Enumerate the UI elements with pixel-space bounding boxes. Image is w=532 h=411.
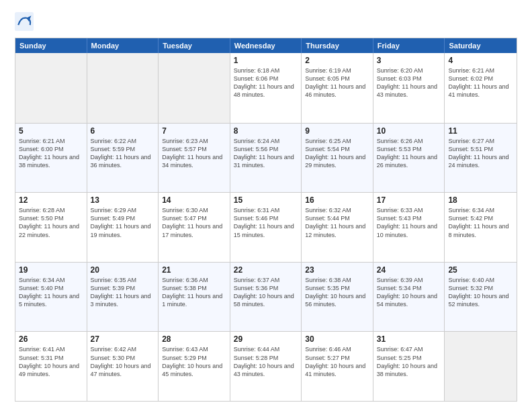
day-info: Sunrise: 6:22 AM Sunset: 5:59 PM Dayligh… xyxy=(91,137,155,170)
day-number: 19 xyxy=(19,265,83,275)
day-info: Sunrise: 6:46 AM Sunset: 5:27 PM Dayligh… xyxy=(305,345,369,378)
day-info: Sunrise: 6:21 AM Sunset: 6:02 PM Dayligh… xyxy=(448,66,513,99)
day-info: Sunrise: 6:32 AM Sunset: 5:44 PM Dayligh… xyxy=(305,206,369,239)
day-info: Sunrise: 6:19 AM Sunset: 6:05 PM Dayligh… xyxy=(305,66,369,99)
day-number: 20 xyxy=(91,265,155,275)
day-info: Sunrise: 6:40 AM Sunset: 5:32 PM Dayligh… xyxy=(448,276,513,309)
day-cell-1: 1Sunrise: 6:18 AM Sunset: 6:06 PM Daylig… xyxy=(230,53,302,123)
day-number: 24 xyxy=(377,265,441,275)
header xyxy=(15,12,517,31)
day-number: 18 xyxy=(448,195,513,205)
day-cell-8: 8Sunrise: 6:24 AM Sunset: 5:56 PM Daylig… xyxy=(230,124,302,193)
calendar: SundayMondayTuesdayWednesdayThursdayFrid… xyxy=(15,38,517,402)
day-number: 6 xyxy=(91,126,155,136)
day-number: 21 xyxy=(162,265,226,275)
day-info: Sunrise: 6:35 AM Sunset: 5:39 PM Dayligh… xyxy=(91,276,155,309)
day-cell-27: 27Sunrise: 6:42 AM Sunset: 5:30 PM Dayli… xyxy=(87,332,159,401)
day-info: Sunrise: 6:37 AM Sunset: 5:36 PM Dayligh… xyxy=(234,276,298,309)
day-info: Sunrise: 6:34 AM Sunset: 5:42 PM Dayligh… xyxy=(448,206,513,239)
day-cell-11: 11Sunrise: 6:27 AM Sunset: 5:51 PM Dayli… xyxy=(445,124,517,193)
day-info: Sunrise: 6:20 AM Sunset: 6:03 PM Dayligh… xyxy=(377,66,441,99)
calendar-header: SundayMondayTuesdayWednesdayThursdayFrid… xyxy=(15,38,517,53)
day-info: Sunrise: 6:29 AM Sunset: 5:49 PM Dayligh… xyxy=(91,206,155,239)
day-number: 27 xyxy=(91,334,155,344)
calendar-body: 1Sunrise: 6:18 AM Sunset: 6:06 PM Daylig… xyxy=(15,53,517,401)
day-info: Sunrise: 6:36 AM Sunset: 5:38 PM Dayligh… xyxy=(162,276,226,309)
day-cell-28: 28Sunrise: 6:43 AM Sunset: 5:29 PM Dayli… xyxy=(159,332,230,401)
empty-cell xyxy=(87,53,159,123)
day-number: 15 xyxy=(234,195,298,205)
day-number: 30 xyxy=(305,334,369,344)
day-info: Sunrise: 6:41 AM Sunset: 5:31 PM Dayligh… xyxy=(19,345,83,378)
day-number: 10 xyxy=(377,126,441,136)
day-cell-25: 25Sunrise: 6:40 AM Sunset: 5:32 PM Dayli… xyxy=(445,263,517,332)
day-cell-7: 7Sunrise: 6:23 AM Sunset: 5:57 PM Daylig… xyxy=(159,124,230,193)
day-info: Sunrise: 6:25 AM Sunset: 5:54 PM Dayligh… xyxy=(305,137,369,170)
day-cell-4: 4Sunrise: 6:21 AM Sunset: 6:02 PM Daylig… xyxy=(445,53,517,123)
day-number: 3 xyxy=(377,56,441,65)
logo xyxy=(15,12,38,31)
day-cell-30: 30Sunrise: 6:46 AM Sunset: 5:27 PM Dayli… xyxy=(302,332,373,401)
day-cell-10: 10Sunrise: 6:26 AM Sunset: 5:53 PM Dayli… xyxy=(373,124,445,193)
day-cell-5: 5Sunrise: 6:21 AM Sunset: 6:00 PM Daylig… xyxy=(15,124,87,193)
week-4: 19Sunrise: 6:34 AM Sunset: 5:40 PM Dayli… xyxy=(15,262,517,332)
day-number: 22 xyxy=(234,265,298,275)
day-cell-19: 19Sunrise: 6:34 AM Sunset: 5:40 PM Dayli… xyxy=(15,263,87,332)
day-number: 17 xyxy=(377,195,441,205)
empty-cell xyxy=(445,332,517,401)
day-cell-16: 16Sunrise: 6:32 AM Sunset: 5:44 PM Dayli… xyxy=(302,193,373,262)
header-cell-thursday: Thursday xyxy=(302,38,373,53)
day-info: Sunrise: 6:31 AM Sunset: 5:46 PM Dayligh… xyxy=(234,206,298,239)
day-cell-3: 3Sunrise: 6:20 AM Sunset: 6:03 PM Daylig… xyxy=(373,53,445,123)
day-cell-15: 15Sunrise: 6:31 AM Sunset: 5:46 PM Dayli… xyxy=(230,193,302,262)
week-5: 26Sunrise: 6:41 AM Sunset: 5:31 PM Dayli… xyxy=(15,331,517,401)
day-number: 23 xyxy=(305,265,369,275)
day-number: 31 xyxy=(377,334,441,344)
empty-cell xyxy=(15,53,87,123)
page: SundayMondayTuesdayWednesdayThursdayFrid… xyxy=(0,0,532,411)
week-2: 5Sunrise: 6:21 AM Sunset: 6:00 PM Daylig… xyxy=(15,123,517,193)
day-info: Sunrise: 6:33 AM Sunset: 5:43 PM Dayligh… xyxy=(377,206,441,239)
day-cell-20: 20Sunrise: 6:35 AM Sunset: 5:39 PM Dayli… xyxy=(87,263,159,332)
day-cell-26: 26Sunrise: 6:41 AM Sunset: 5:31 PM Dayli… xyxy=(15,332,87,401)
day-info: Sunrise: 6:44 AM Sunset: 5:28 PM Dayligh… xyxy=(234,345,298,378)
day-info: Sunrise: 6:21 AM Sunset: 6:00 PM Dayligh… xyxy=(19,137,83,170)
day-cell-9: 9Sunrise: 6:25 AM Sunset: 5:54 PM Daylig… xyxy=(302,124,373,193)
day-number: 12 xyxy=(19,195,83,205)
day-cell-12: 12Sunrise: 6:28 AM Sunset: 5:50 PM Dayli… xyxy=(15,193,87,262)
day-number: 11 xyxy=(448,126,513,136)
day-cell-6: 6Sunrise: 6:22 AM Sunset: 5:59 PM Daylig… xyxy=(87,124,159,193)
day-info: Sunrise: 6:39 AM Sunset: 5:34 PM Dayligh… xyxy=(377,276,441,309)
day-cell-29: 29Sunrise: 6:44 AM Sunset: 5:28 PM Dayli… xyxy=(230,332,302,401)
header-cell-saturday: Saturday xyxy=(445,38,517,53)
day-number: 26 xyxy=(19,334,83,344)
day-cell-22: 22Sunrise: 6:37 AM Sunset: 5:36 PM Dayli… xyxy=(230,263,302,332)
day-info: Sunrise: 6:42 AM Sunset: 5:30 PM Dayligh… xyxy=(91,345,155,378)
week-1: 1Sunrise: 6:18 AM Sunset: 6:06 PM Daylig… xyxy=(15,53,517,123)
day-number: 29 xyxy=(234,334,298,344)
day-number: 1 xyxy=(234,56,298,65)
day-info: Sunrise: 6:24 AM Sunset: 5:56 PM Dayligh… xyxy=(234,137,298,170)
day-info: Sunrise: 6:38 AM Sunset: 5:35 PM Dayligh… xyxy=(305,276,369,309)
day-number: 8 xyxy=(234,126,298,136)
empty-cell xyxy=(159,53,230,123)
header-cell-wednesday: Wednesday xyxy=(230,38,302,53)
day-number: 25 xyxy=(448,265,513,275)
day-info: Sunrise: 6:47 AM Sunset: 5:25 PM Dayligh… xyxy=(377,345,441,378)
day-info: Sunrise: 6:34 AM Sunset: 5:40 PM Dayligh… xyxy=(19,276,83,309)
day-info: Sunrise: 6:28 AM Sunset: 5:50 PM Dayligh… xyxy=(19,206,83,239)
day-cell-2: 2Sunrise: 6:19 AM Sunset: 6:05 PM Daylig… xyxy=(302,53,373,123)
day-number: 28 xyxy=(162,334,226,344)
day-number: 5 xyxy=(19,126,83,136)
day-cell-17: 17Sunrise: 6:33 AM Sunset: 5:43 PM Dayli… xyxy=(373,193,445,262)
day-info: Sunrise: 6:23 AM Sunset: 5:57 PM Dayligh… xyxy=(162,137,226,170)
day-cell-23: 23Sunrise: 6:38 AM Sunset: 5:35 PM Dayli… xyxy=(302,263,373,332)
day-info: Sunrise: 6:43 AM Sunset: 5:29 PM Dayligh… xyxy=(162,345,226,378)
header-cell-sunday: Sunday xyxy=(15,38,87,53)
day-number: 2 xyxy=(305,56,369,65)
day-cell-31: 31Sunrise: 6:47 AM Sunset: 5:25 PM Dayli… xyxy=(373,332,445,401)
header-cell-monday: Monday xyxy=(87,38,159,53)
day-info: Sunrise: 6:30 AM Sunset: 5:47 PM Dayligh… xyxy=(162,206,226,239)
day-number: 14 xyxy=(162,195,226,205)
day-number: 7 xyxy=(162,126,226,136)
